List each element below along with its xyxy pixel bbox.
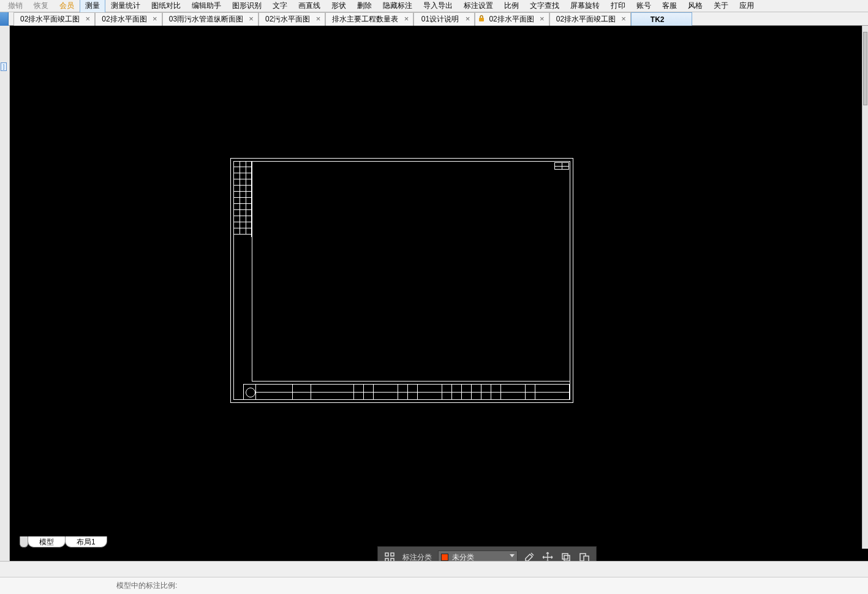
footer: 模型中的标注比例: — [0, 577, 868, 594]
doc-tab-label: 02污水平面图 — [265, 14, 310, 24]
doc-tab-6[interactable]: 02排水平面图× — [475, 12, 549, 26]
doc-tab-label: 03雨污水管道纵断面图 — [169, 14, 243, 24]
close-icon[interactable]: × — [538, 15, 546, 23]
close-icon[interactable]: × — [247, 15, 255, 23]
tabbar-handle[interactable] — [0, 12, 9, 26]
close-icon[interactable]: × — [151, 15, 159, 23]
menu-measure[interactable]: 测量 — [80, 0, 105, 13]
tab-model[interactable]: 模型 — [28, 536, 66, 547]
menu-text[interactable]: 文字 — [267, 0, 293, 13]
menu-edit-helper[interactable]: 编辑助手 — [186, 0, 227, 13]
menubar: 撤销 恢复 会员 测量 测量统计 图纸对比 编辑助手 图形识别 文字 画直线 形… — [0, 0, 868, 12]
menu-compare[interactable]: 图纸对比 — [146, 0, 186, 13]
svg-rect-6 — [564, 555, 570, 561]
doc-tab-0[interactable]: 02排水平面竣工图× — [13, 12, 95, 26]
doc-tab-4[interactable]: 排水主要工程数量表× — [325, 12, 413, 26]
menu-measure-stats[interactable]: 测量统计 — [105, 0, 146, 13]
menu-apps[interactable]: 应用 — [734, 0, 760, 13]
chevron-down-icon — [510, 554, 515, 557]
doc-tab-label: 02排水平面竣工图 — [20, 14, 80, 24]
drawing-frame — [230, 158, 573, 403]
doc-tab-label: 02排水平面图 — [489, 14, 534, 24]
menu-text-search[interactable]: 文字查找 — [524, 0, 565, 13]
doc-tab-2[interactable]: 03雨污水管道纵断面图× — [162, 12, 259, 26]
vertical-scrollbar[interactable] — [862, 26, 868, 549]
menu-support[interactable]: 客服 — [657, 0, 682, 13]
stamp-icon — [246, 388, 255, 397]
space-tabs-handle[interactable] — [20, 536, 28, 547]
menu-import-export[interactable]: 导入导出 — [418, 0, 458, 13]
doc-tab-label: 02排水平面图 — [102, 14, 146, 24]
svg-rect-2 — [391, 553, 394, 556]
close-icon[interactable]: × — [464, 15, 471, 23]
menu-shape[interactable]: 形状 — [326, 0, 352, 13]
menu-scale[interactable]: 比例 — [499, 0, 524, 13]
doc-tab-5[interactable]: 01设计说明× — [413, 12, 475, 26]
menu-print[interactable]: 打印 — [605, 0, 631, 13]
category-color-swatch — [441, 554, 448, 561]
lock-icon — [478, 15, 486, 23]
doc-tab-8[interactable]: TK2 — [631, 12, 692, 26]
svg-rect-5 — [562, 554, 568, 559]
svg-rect-0 — [479, 18, 484, 21]
workspace: ] — [0, 26, 868, 582]
close-icon[interactable]: × — [314, 15, 322, 23]
menu-draw-line[interactable]: 画直线 — [293, 0, 326, 13]
panel-toggle[interactable]: ] — [1, 62, 7, 71]
menu-rotate-screen[interactable]: 屏幕旋转 — [565, 0, 605, 13]
menu-redo[interactable]: 恢复 — [28, 0, 54, 13]
status-row — [0, 561, 868, 577]
space-tabs: 模型 布局1 — [20, 536, 107, 547]
menu-vip[interactable]: 会员 — [54, 0, 80, 13]
menu-about[interactable]: 关于 — [708, 0, 734, 13]
document-tabs: 02排水平面竣工图×02排水平面图×03雨污水管道纵断面图×02污水平面图×排水… — [0, 12, 868, 26]
drawing-canvas[interactable]: 标注分类 未分类 模型 布局1 — [10, 26, 868, 582]
close-icon[interactable]: × — [402, 15, 410, 23]
menu-delete[interactable]: 删除 — [352, 0, 377, 13]
title-block — [243, 384, 570, 400]
doc-tab-3[interactable]: 02污水平面图× — [259, 12, 325, 26]
menu-account[interactable]: 账号 — [631, 0, 657, 13]
footer-hint: 模型中的标注比例: — [116, 581, 177, 591]
doc-tab-7[interactable]: 02排水平面竣工图× — [549, 12, 631, 26]
menu-undo[interactable]: 撤销 — [2, 0, 28, 13]
doc-tab-label: 排水主要工程数量表 — [332, 14, 398, 24]
doc-tab-1[interactable]: 02排水平面图× — [95, 12, 162, 26]
svg-rect-1 — [385, 553, 388, 556]
tab-layout1[interactable]: 布局1 — [65, 536, 107, 547]
doc-tab-label: 01设计说明 — [421, 14, 459, 24]
scrollbar-thumb[interactable] — [863, 32, 867, 105]
menu-shape-recognition[interactable]: 图形识别 — [227, 0, 267, 13]
close-icon[interactable]: × — [620, 15, 627, 23]
menu-style[interactable]: 风格 — [682, 0, 708, 13]
close-icon[interactable]: × — [84, 15, 91, 23]
doc-tab-label: 02排水平面竣工图 — [556, 14, 616, 24]
menu-annotation-settings[interactable]: 标注设置 — [458, 0, 499, 13]
doc-tab-label: TK2 — [651, 15, 665, 24]
menu-hide-annotation[interactable]: 隐藏标注 — [377, 0, 418, 13]
left-gutter: ] — [0, 26, 10, 582]
